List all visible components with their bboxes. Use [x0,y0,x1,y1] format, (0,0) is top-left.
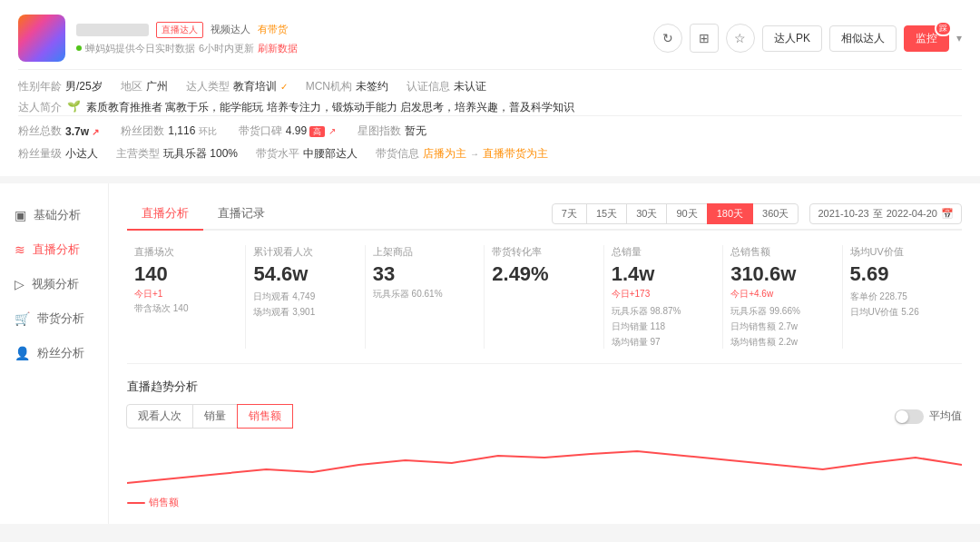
tab-live-record[interactable]: 直播记录 [203,198,279,231]
video-icon: ▷ [15,277,24,291]
fans-group-value: 1,116 环比 [168,124,216,138]
fans-level-item: 粉丝量级 小达人 [18,146,98,162]
data-source-text: 蝉妈妈提供今日实时数据 [85,42,195,55]
time-btn-90[interactable]: 90天 [666,203,707,224]
time-btn-15[interactable]: 15天 [586,203,627,224]
region-label: 地区 [121,79,142,94]
metric-conversion-rate-value: 2.49% [492,262,595,286]
total-views-sub2: 场均观看 3,901 [253,306,357,319]
sidebar-item-live[interactable]: ≋ 直播分析 [0,232,108,267]
fans-group-unit: 环比 [199,126,217,136]
uv-value-subs: 客单价 228.75 日均UV价值 5.26 [850,289,955,319]
trend-title: 直播趋势分析 [127,379,962,395]
sidebar-item-basic[interactable]: ▣ 基础分析 [0,198,108,232]
fans-detail-row: 粉丝量级 小达人 主营类型 玩具乐器 100% 带货水平 中腰部达人 带货信息 … [18,143,962,165]
date-sep: 至 [873,207,883,221]
main-type-item: 主营类型 玩具乐器 100% [116,146,238,162]
total-views-sub1: 日均观看 4,749 [253,291,357,303]
tag-live: 直播达人 [156,22,203,38]
content-panel: 直播分析 直播记录 7天 15天 30天 90天 180天 360天 2021-… [109,183,980,524]
mcn-value: 未签约 [356,79,388,94]
time-btn-7[interactable]: 7天 [552,203,587,224]
chart-area [127,438,962,492]
username-placeholder [76,24,149,36]
status-dot [76,45,82,51]
metric-uv-value: 场均UV价值 5.69 客单价 228.75 日均UV价值 5.26 [843,245,962,349]
total-revenue-subs: 玩具乐器 99.66% 日均销售额 2.7w 场均销售额 2.2w [730,303,834,349]
profile-info: 性别年龄 男/25岁 地区 广州 达人类型 教育培训 ✓ MCN机构 未签约 [18,69,962,115]
metric-total-revenue: 总销售额 310.6w 今日+4.6w 玩具乐器 99.66% 日均销售额 2.… [723,245,842,349]
star-button[interactable]: ☆ [726,24,755,53]
live-count-badge: 今日+1 [134,289,162,299]
tag-video: 视频达人 [211,23,250,36]
trend-btn-revenue[interactable]: 销售额 [237,404,293,429]
sidebar-label-goods: 带货分析 [37,310,84,327]
uv-sub1: 客单价 228.75 [850,291,955,303]
main-content: ▣ 基础分析 ≋ 直播分析 ▷ 视频分析 🛒 带货分析 👤 粉丝分析 [0,183,980,524]
talent-type-label: 达人类型 [186,79,230,94]
time-btn-180[interactable]: 180天 [707,203,753,224]
fans-group-label: 粉丝团数 [121,123,164,139]
monitor-button[interactable]: 监控 踩 [904,25,949,52]
bio-text: 素质教育推推者 寓教于乐，能学能玩 培养专注力，锻炼动手能力 启发思考，培养兴趣… [86,100,574,115]
fans-group-num: 1,116 [168,124,195,137]
time-btn-360[interactable]: 360天 [752,203,799,224]
chart-legend: 销售额 [127,496,962,509]
listed-products-num: 33 [373,262,395,286]
sidebar-label-video: 视频分析 [32,276,79,292]
time-btn-30[interactable]: 30天 [626,203,667,224]
goods-rep-value: 4.99 高 ↗ [286,124,336,138]
gender-age-value: 男/25岁 [65,79,103,94]
goods-level-value: 中腰部达人 [303,146,358,162]
monitor-dropdown[interactable]: ▾ [956,32,962,44]
goods-info-label: 带货信息 [376,146,419,162]
refresh-button[interactable]: ↻ [653,24,682,53]
tab-live-analysis[interactable]: 直播分析 [127,198,203,231]
region-value: 广州 [146,79,168,94]
fans-total-value: 3.7w ↗ [65,125,99,138]
sidebar: ▣ 基础分析 ≋ 直播分析 ▷ 视频分析 🛒 带货分析 👤 粉丝分析 [0,183,109,524]
talent-type-value: 教育培训 [233,79,277,94]
auth-value: 未认证 [454,79,486,94]
trend-btn-viewers[interactable]: 观看人次 [126,404,193,429]
main-type-label: 主营类型 [116,146,160,162]
trend-btn-sales[interactable]: 销量 [192,404,238,429]
legend-label: 销售额 [149,496,179,509]
monitor-badge: 踩 [935,21,952,36]
date-end: 2022-04-20 [887,208,937,219]
goods-level-item: 带货水平 中腰部达人 [256,146,358,162]
total-revenue-num: 310.6w [730,262,796,286]
metric-total-sales: 总销量 1.4w 今日+173 玩具乐器 98.87% 日均销量 118 场均销… [604,245,723,349]
grid-button[interactable]: ⊞ [690,24,719,53]
sidebar-item-video[interactable]: ▷ 视频分析 [0,267,108,301]
metric-total-views-subs: 日均观看 4,749 场均观看 3,901 [253,289,357,319]
goods-level-label: 带货水平 [256,146,299,162]
mcn-label: MCN机构 [306,79,352,94]
gender-age-label: 性别年龄 [18,79,62,94]
star-stat: 星图指数 暂无 [358,123,426,139]
date-range-picker[interactable]: 2021-10-23 至 2022-04-20 📅 [809,203,962,224]
goods-badge: 高 [309,126,325,137]
sidebar-item-goods[interactable]: 🛒 带货分析 [0,301,108,336]
compare-button[interactable]: 达人PK [762,25,822,52]
uv-value-num: 5.69 [850,262,889,286]
fans-total-stat: 粉丝总数 3.7w ↗ [18,123,99,139]
total-sales-sub3: 场均销量 97 [612,336,715,349]
trend-filter: 观看人次 销量 销售额 平均值 [127,404,962,429]
metric-total-sales-label: 总销量 [612,245,715,259]
sidebar-item-fans[interactable]: 👤 粉丝分析 [0,336,108,370]
sidebar-label-live: 直播分析 [33,241,80,258]
similar-button[interactable]: 相似达人 [829,25,897,52]
metric-live-count-value: 140 [134,262,238,286]
tab-row: 直播分析 直播记录 7天 15天 30天 90天 180天 360天 2021-… [127,198,962,231]
refresh-link[interactable]: 刷新数据 [258,42,298,55]
avg-toggle-switch[interactable] [895,409,924,424]
total-sales-sub1: 玩具乐器 98.87% [612,305,715,318]
bio-label: 达人简介 [18,100,62,115]
metric-live-count-label: 直播场次 [134,245,238,259]
metric-total-revenue-value: 310.6w [730,262,834,286]
fans-trend-icon: ↗ [92,127,99,137]
auth-item: 认证信息 未认证 [407,79,486,94]
monitor-label: 监控 [916,32,937,44]
total-sales-num: 1.4w [612,262,655,286]
